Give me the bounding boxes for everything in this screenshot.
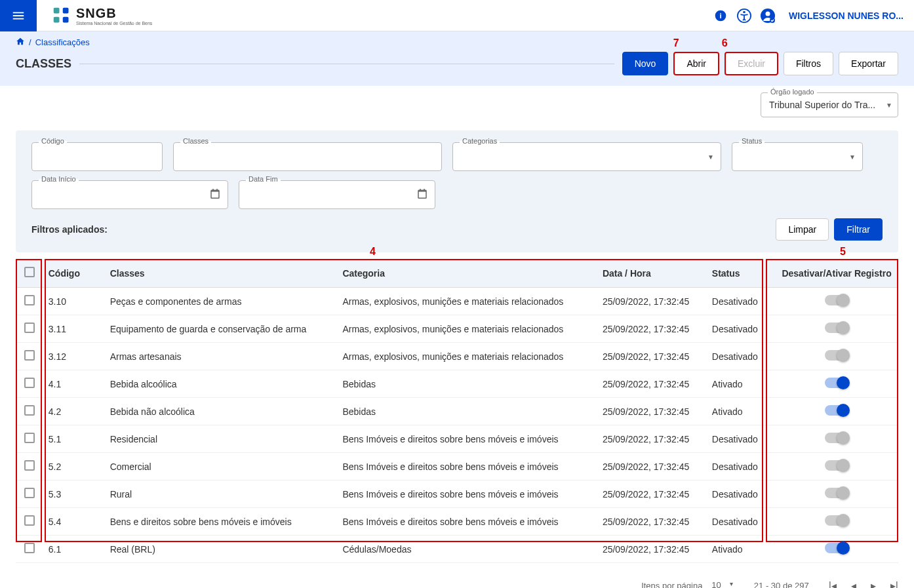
novo-button[interactable]: Novo — [622, 52, 669, 75]
classes-field[interactable]: Classes — [173, 142, 442, 171]
orgao-select[interactable]: Órgão logado Tribunal Superior do Tra...… — [761, 92, 898, 117]
menu-button[interactable] — [0, 0, 37, 31]
breadcrumb-home[interactable] — [16, 37, 25, 48]
cell-status: Desativado — [707, 315, 775, 343]
cell-codigo: 5.1 — [43, 425, 105, 453]
th-data-hora[interactable]: Data / Hora — [597, 259, 707, 288]
cell-codigo: 5.2 — [43, 453, 105, 480]
cell-data: 25/09/2022, 17:32:45 — [597, 480, 707, 508]
chevron-down-icon: ▼ — [849, 153, 856, 161]
toggle-switch[interactable] — [825, 350, 848, 361]
row-checkbox[interactable] — [24, 488, 35, 498]
last-page-button[interactable]: ▸| — [890, 579, 898, 589]
breadcrumb-item[interactable]: Classificações — [35, 37, 90, 47]
row-checkbox[interactable] — [24, 405, 35, 416]
row-checkbox[interactable] — [24, 378, 35, 388]
pagination-range: 21 - 30 de 297 — [754, 581, 809, 589]
toggle-switch[interactable] — [825, 433, 848, 443]
orgao-value: Tribunal Superior do Tra... — [769, 100, 878, 110]
excluir-button[interactable]: Excluir — [725, 52, 778, 75]
table-row[interactable]: 5.3 Rural Bens Imóveis e direitos sobre … — [16, 480, 898, 508]
user-avatar-icon[interactable] — [760, 8, 776, 24]
toggle-switch[interactable] — [825, 488, 848, 498]
cell-status: Desativado — [707, 480, 775, 508]
page-title: CLASSES — [16, 57, 71, 71]
logo-subtitle: Sistema Nacional de Gestão de Bens — [76, 21, 152, 26]
table-row[interactable]: 4.2 Bebida não alcoólica Bebidas 25/09/2… — [16, 398, 898, 425]
svg-rect-1 — [54, 16, 60, 22]
cell-status: Ativado — [707, 536, 775, 563]
toggle-switch[interactable] — [825, 405, 848, 416]
cell-codigo: 4.1 — [43, 370, 105, 398]
table-row[interactable]: 4.1 Bebida alcoólica Bebidas 25/09/2022,… — [16, 370, 898, 398]
cell-categoria: Bens Imóveis e direitos sobre bens móvei… — [337, 508, 597, 536]
calendar-icon[interactable] — [416, 188, 428, 202]
chevron-down-icon: ▼ — [886, 102, 892, 109]
th-classes[interactable]: Classes — [105, 259, 338, 288]
cell-status: Desativado — [707, 288, 775, 315]
row-checkbox[interactable] — [24, 460, 35, 471]
row-checkbox[interactable] — [24, 323, 35, 333]
cell-classe: Rural — [105, 480, 338, 508]
orgao-row: Órgão logado Tribunal Superior do Tra...… — [0, 86, 914, 124]
logo: SNGB Sistema Nacional de Gestão de Bens — [52, 6, 152, 26]
svg-point-9 — [765, 11, 770, 16]
exportar-button[interactable]: Exportar — [839, 52, 898, 75]
select-all-checkbox[interactable] — [24, 267, 35, 277]
table-row[interactable]: 3.12 Armas artesanais Armas, explosivos,… — [16, 343, 898, 370]
th-categoria[interactable]: Categoria — [337, 259, 597, 288]
row-checkbox[interactable] — [24, 515, 35, 526]
abrir-button[interactable]: Abrir — [673, 52, 719, 75]
row-checkbox[interactable] — [24, 543, 35, 553]
accessibility-icon[interactable] — [736, 8, 752, 24]
table-row[interactable]: 5.4 Bens e direitos sobre bens móveis e … — [16, 508, 898, 536]
items-per-page-select[interactable]: 10 — [709, 579, 734, 588]
th-codigo[interactable]: Código — [43, 259, 105, 288]
cell-data: 25/09/2022, 17:32:45 — [597, 315, 707, 343]
toggle-switch[interactable] — [825, 295, 848, 305]
row-checkbox[interactable] — [24, 295, 35, 305]
th-status[interactable]: Status — [707, 259, 775, 288]
table-wrap: 4 5 Código Classes Categoria Data / Hora… — [16, 259, 898, 563]
first-page-button[interactable]: |◂ — [829, 579, 837, 589]
toggle-switch[interactable] — [825, 323, 848, 333]
data-inicio-field[interactable]: Data Início — [31, 180, 228, 209]
row-checkbox[interactable] — [24, 350, 35, 361]
status-field[interactable]: Status ▼ — [732, 142, 863, 171]
table-row[interactable]: 3.10 Peças e componentes de armas Armas,… — [16, 288, 898, 315]
logo-icon — [52, 7, 71, 25]
calendar-icon[interactable] — [209, 188, 221, 202]
cell-categoria: Armas, explosivos, munições e materiais … — [337, 315, 597, 343]
table-row[interactable]: 6.1 Real (BRL) Cédulas/Moedas 25/09/2022… — [16, 536, 898, 563]
data-fim-label: Data Fim — [246, 175, 281, 183]
annotation-6: 6 — [722, 37, 728, 49]
cell-classe: Equipamento de guarda e conservação de a… — [105, 315, 338, 343]
pagination: Itens por página 10 21 - 30 de 297 |◂ ◂ … — [0, 570, 914, 588]
cell-categoria: Cédulas/Moedas — [337, 536, 597, 563]
cell-classe: Bebida alcoólica — [105, 370, 338, 398]
cell-categoria: Bens Imóveis e direitos sobre bens móvei… — [337, 425, 597, 453]
toggle-switch[interactable] — [825, 378, 848, 388]
table-row[interactable]: 3.11 Equipamento de guarda e conservação… — [16, 315, 898, 343]
toggle-switch[interactable] — [825, 543, 848, 553]
filtrar-button[interactable]: Filtrar — [834, 218, 883, 241]
limpar-button[interactable]: Limpar — [776, 218, 829, 241]
row-checkbox[interactable] — [24, 433, 35, 443]
info-icon[interactable]: i — [713, 8, 728, 24]
next-page-button[interactable]: ▸ — [871, 579, 876, 589]
classes-input[interactable] — [174, 143, 441, 170]
data-fim-field[interactable]: Data Fim — [239, 180, 435, 209]
cell-categoria: Bebidas — [337, 398, 597, 425]
filtros-button[interactable]: Filtros — [784, 52, 833, 75]
codigo-input[interactable] — [32, 143, 162, 170]
cell-categoria: Bebidas — [337, 370, 597, 398]
table-row[interactable]: 5.1 Residencial Bens Imóveis e direitos … — [16, 425, 898, 453]
orgao-label: Órgão logado — [768, 88, 817, 96]
table-row[interactable]: 5.2 Comercial Bens Imóveis e direitos so… — [16, 453, 898, 480]
user-name[interactable]: WIGLESSON NUNES RO... — [789, 10, 904, 21]
toggle-switch[interactable] — [825, 515, 848, 526]
prev-page-button[interactable]: ◂ — [851, 579, 856, 589]
toggle-switch[interactable] — [825, 460, 848, 471]
categorias-field[interactable]: Categorias ▼ — [452, 142, 721, 171]
codigo-field[interactable]: Código — [31, 142, 163, 171]
